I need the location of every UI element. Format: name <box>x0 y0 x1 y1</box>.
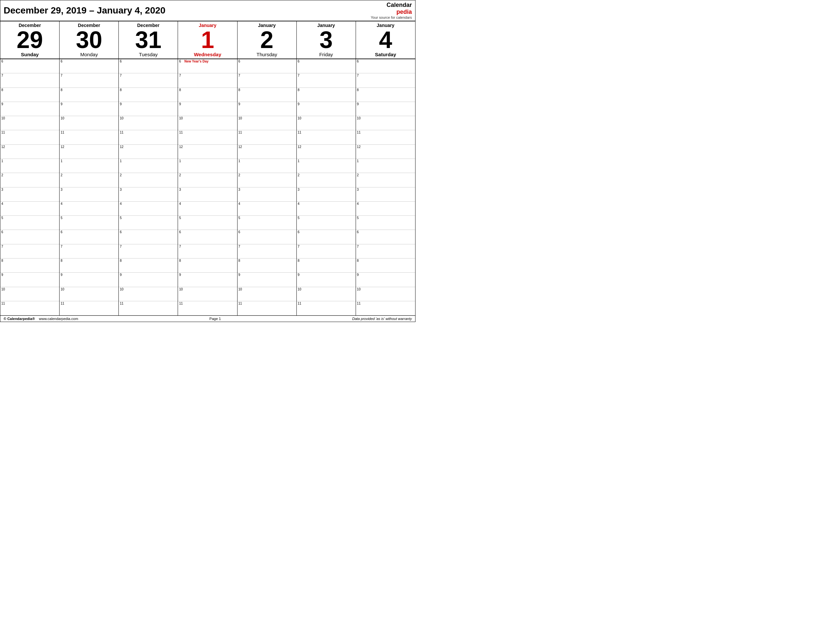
time-slot-2-12: 6 <box>119 230 178 244</box>
time-label-0-5: 11 <box>1 130 6 134</box>
time-slot-4-14: 8 <box>237 259 296 273</box>
time-slot-6-6: 12 <box>356 145 415 159</box>
time-label-1-15: 9 <box>60 273 65 277</box>
time-slot-0-5: 11 <box>0 130 59 145</box>
time-slot-1-8: 2 <box>59 173 118 187</box>
time-label-1-8: 2 <box>60 173 65 177</box>
time-slot-3-4: 10 <box>178 116 237 130</box>
time-slot-5-6: 12 <box>297 145 356 159</box>
time-label-3-15: 9 <box>179 273 183 277</box>
time-label-2-15: 9 <box>120 273 124 277</box>
time-slot-5-15: 9 <box>297 273 356 287</box>
time-slot-0-13: 7 <box>0 244 59 259</box>
time-slot-6-7: 1 <box>356 159 415 173</box>
time-slot-4-7: 1 <box>237 159 296 173</box>
time-label-0-17: 11 <box>1 302 6 305</box>
time-label-3-7: 1 <box>179 159 183 163</box>
time-slot-5-5: 11 <box>297 130 356 145</box>
time-slot-6-11: 5 <box>356 216 415 230</box>
time-slot-2-7: 1 <box>119 159 178 173</box>
page-title: December 29, 2019 – January 4, 2020 <box>4 5 166 16</box>
time-slot-2-15: 9 <box>119 273 178 287</box>
time-label-1-4: 10 <box>60 116 65 120</box>
time-label-0-12: 6 <box>1 230 6 234</box>
time-label-0-3: 9 <box>1 102 6 106</box>
time-label-0-8: 2 <box>1 173 6 177</box>
time-slot-3-2: 8 <box>178 88 237 102</box>
time-slot-0-11: 5 <box>0 216 59 230</box>
time-label-6-5: 11 <box>357 130 361 134</box>
time-slot-0-6: 12 <box>0 145 59 159</box>
time-slot-4-8: 2 <box>237 173 296 187</box>
time-slot-5-1: 7 <box>297 73 356 87</box>
time-label-4-5: 11 <box>239 130 243 134</box>
time-label-1-16: 10 <box>60 288 65 291</box>
day-column-1: 67891011121234567891011 <box>59 59 119 315</box>
time-slot-5-11: 5 <box>297 216 356 230</box>
time-label-3-13: 7 <box>179 245 183 248</box>
page-footer: © Calendarpedia® www.calendarpedia.com P… <box>0 315 415 322</box>
time-slot-0-1: 7 <box>0 73 59 87</box>
time-slot-2-10: 4 <box>119 202 178 216</box>
day-name-6: Saturday <box>358 52 413 57</box>
time-slot-1-4: 10 <box>59 116 118 130</box>
time-slot-3-7: 1 <box>178 159 237 173</box>
time-slot-1-13: 7 <box>59 244 118 259</box>
time-slot-4-15: 9 <box>237 273 296 287</box>
time-slot-0-15: 9 <box>0 273 59 287</box>
time-label-5-11: 5 <box>298 216 302 220</box>
time-label-4-8: 2 <box>239 173 243 177</box>
time-label-3-6: 12 <box>179 145 183 149</box>
holiday-label: New Year's Day <box>183 60 208 63</box>
time-label-0-14: 8 <box>1 259 6 262</box>
time-label-2-12: 6 <box>120 230 124 234</box>
time-slot-6-0: 6 <box>356 59 415 73</box>
time-slot-3-9: 3 <box>178 188 237 202</box>
time-label-3-16: 10 <box>179 288 183 291</box>
time-label-5-14: 8 <box>298 259 302 262</box>
time-grid: 6789101112123456789101167891011121234567… <box>0 59 415 315</box>
time-label-1-2: 8 <box>60 88 65 92</box>
time-slot-1-1: 7 <box>59 73 118 87</box>
time-label-4-3: 9 <box>239 102 243 106</box>
time-slot-6-8: 2 <box>356 173 415 187</box>
time-slot-2-14: 8 <box>119 259 178 273</box>
time-slot-4-16: 10 <box>237 287 296 301</box>
time-slot-5-14: 8 <box>297 259 356 273</box>
time-label-2-11: 5 <box>120 216 124 220</box>
day-name-1: Monday <box>62 52 116 57</box>
time-slot-6-14: 8 <box>356 259 415 273</box>
time-label-5-10: 4 <box>298 202 302 205</box>
time-label-2-4: 10 <box>120 116 124 120</box>
time-slot-4-9: 3 <box>237 188 296 202</box>
day-num-5: 3 <box>299 28 353 52</box>
time-label-1-9: 3 <box>60 188 65 191</box>
time-slot-3-16: 10 <box>178 287 237 301</box>
time-label-0-1: 7 <box>1 74 6 77</box>
time-label-5-4: 10 <box>298 116 302 120</box>
time-label-6-15: 9 <box>357 273 361 277</box>
time-slot-6-2: 8 <box>356 88 415 102</box>
time-label-1-3: 9 <box>60 102 65 106</box>
time-slot-3-15: 9 <box>178 273 237 287</box>
time-label-3-9: 3 <box>179 188 183 191</box>
time-label-3-17: 11 <box>179 302 183 305</box>
time-slot-6-10: 4 <box>356 202 415 216</box>
time-label-0-16: 10 <box>1 288 6 291</box>
time-slot-0-7: 1 <box>0 159 59 173</box>
day-header-0: December29Sunday <box>0 21 59 59</box>
time-slot-6-4: 10 <box>356 116 415 130</box>
day-header-1: December30Monday <box>59 21 119 59</box>
time-slot-1-16: 10 <box>59 287 118 301</box>
time-label-2-9: 3 <box>120 188 124 191</box>
time-label-1-11: 5 <box>60 216 65 220</box>
time-label-6-11: 5 <box>357 216 361 220</box>
time-slot-0-0: 6 <box>0 59 59 73</box>
time-slot-2-16: 10 <box>119 287 178 301</box>
day-column-5: 67891011121234567891011 <box>297 59 356 315</box>
time-label-4-16: 10 <box>239 288 243 291</box>
time-label-6-1: 7 <box>357 74 361 77</box>
time-slot-5-10: 4 <box>297 202 356 216</box>
day-column-4: 67891011121234567891011 <box>237 59 297 315</box>
time-label-6-9: 3 <box>357 188 361 191</box>
